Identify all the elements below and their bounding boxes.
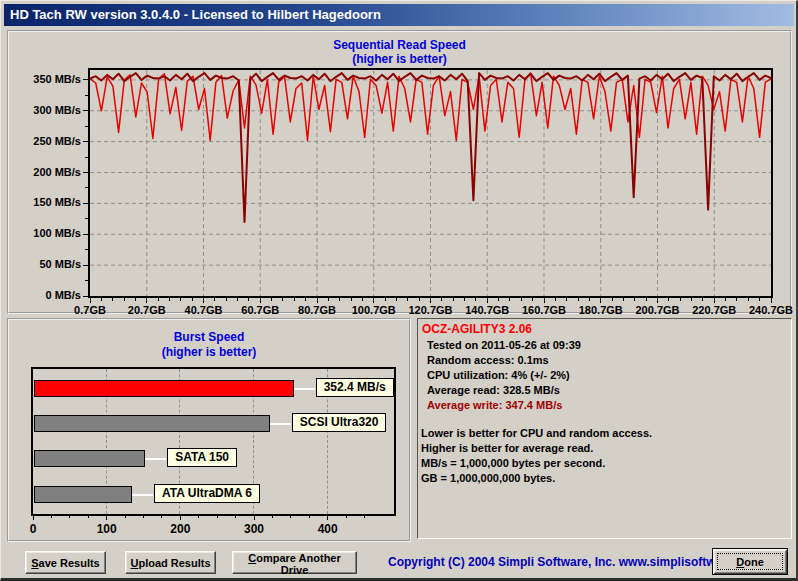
bar-connector bbox=[145, 458, 166, 460]
x-tick bbox=[623, 298, 624, 301]
y-tick-label: 50 MB/s bbox=[11, 258, 81, 270]
bar-label-box: SATA 150 bbox=[167, 448, 237, 467]
y-tick-label: 150 MB/s bbox=[11, 196, 81, 208]
x-tick bbox=[248, 298, 249, 301]
burst-x-tick bbox=[125, 516, 126, 518]
compare-another-drive-button[interactable]: Compare Another Drive bbox=[232, 551, 357, 574]
info-note-line: Lower is better for CPU and random acces… bbox=[421, 426, 652, 441]
info-notes-list: Lower is better for CPU and random acces… bbox=[421, 426, 652, 486]
burst-bar-reference bbox=[34, 486, 132, 503]
x-tick-label: 0.7GB bbox=[60, 304, 120, 316]
x-tick bbox=[135, 298, 136, 301]
title-bar[interactable]: HD Tach RW version 3.0.4.0 - Licensed to… bbox=[4, 4, 794, 26]
y-tick bbox=[85, 95, 88, 96]
y-tick-label: 300 MB/s bbox=[11, 104, 81, 116]
y-tick bbox=[85, 280, 88, 281]
burst-x-tick bbox=[69, 516, 70, 518]
x-tick bbox=[736, 298, 737, 301]
x-tick bbox=[509, 298, 510, 301]
y-tick bbox=[85, 218, 88, 219]
save-results-button[interactable]: Save Results bbox=[25, 551, 106, 574]
x-tick bbox=[578, 298, 579, 301]
x-tick bbox=[646, 298, 647, 301]
y-tick-label: 100 MB/s bbox=[11, 227, 81, 239]
x-tick bbox=[464, 298, 465, 301]
y-tick bbox=[83, 110, 88, 111]
x-tick bbox=[453, 298, 454, 301]
burst-x-tick bbox=[290, 516, 291, 518]
burst-x-tick bbox=[364, 516, 365, 518]
x-tick bbox=[305, 298, 306, 301]
done-button-label: Done bbox=[717, 553, 783, 570]
sequential-line-chart bbox=[90, 70, 771, 296]
x-tick bbox=[328, 298, 329, 301]
burst-x-tick bbox=[180, 516, 181, 520]
burst-x-tick bbox=[198, 516, 199, 518]
upload-results-button[interactable]: Upload Results bbox=[125, 551, 216, 574]
x-tick bbox=[192, 298, 193, 301]
info-stat-line: Tested on 2011-05-26 at 09:39 bbox=[427, 338, 581, 353]
burst-x-tick-label: 300 bbox=[234, 522, 274, 536]
x-tick bbox=[226, 298, 227, 301]
y-tick-label: 250 MB/s bbox=[11, 135, 81, 147]
burst-x-tick bbox=[33, 516, 34, 520]
info-stat-line: CPU utilization: 4% (+/- 2%) bbox=[427, 368, 581, 383]
x-tick bbox=[748, 298, 749, 301]
burst-x-tick bbox=[309, 516, 310, 518]
x-tick bbox=[555, 298, 556, 301]
x-tick-label: 220.7GB bbox=[684, 304, 744, 316]
drive-info-panel: OCZ-AGILITY3 2.06 Tested on 2011-05-26 a… bbox=[417, 318, 792, 539]
x-tick-label: 20.7GB bbox=[117, 304, 177, 316]
x-tick bbox=[714, 298, 715, 303]
burst-x-tick bbox=[254, 516, 255, 520]
x-tick bbox=[544, 298, 545, 303]
x-tick-label: 120.7GB bbox=[401, 304, 461, 316]
x-tick bbox=[282, 298, 283, 301]
burst-chart-subtitle: (higher is better) bbox=[9, 345, 409, 359]
x-tick bbox=[373, 298, 374, 303]
drive-name-header: OCZ-AGILITY3 2.06 bbox=[422, 322, 532, 336]
burst-x-tick bbox=[235, 516, 236, 518]
x-tick bbox=[702, 298, 703, 301]
x-tick bbox=[169, 298, 170, 301]
x-tick bbox=[419, 298, 420, 301]
x-tick bbox=[112, 298, 113, 301]
burst-x-tick bbox=[217, 516, 218, 518]
x-tick bbox=[532, 298, 533, 301]
x-tick bbox=[680, 298, 681, 301]
burst-x-tick-label: 0 bbox=[13, 522, 53, 536]
info-note-line: Higher is better for average read. bbox=[421, 441, 652, 456]
x-tick bbox=[566, 298, 567, 301]
y-tick bbox=[85, 126, 88, 127]
burst-bar-tested-drive bbox=[34, 380, 294, 397]
done-button[interactable]: Done bbox=[712, 548, 788, 575]
x-tick bbox=[487, 298, 488, 303]
x-tick bbox=[759, 298, 760, 301]
y-tick bbox=[83, 141, 88, 142]
burst-chart-title: Burst Speed bbox=[9, 330, 409, 344]
bar-connector bbox=[132, 494, 153, 496]
y-tick bbox=[83, 265, 88, 266]
burst-x-tick bbox=[346, 516, 347, 518]
burst-x-tick-label: 200 bbox=[160, 522, 200, 536]
y-tick bbox=[83, 79, 88, 80]
bar-label-box: ATA UltraDMA 6 bbox=[154, 484, 260, 503]
bar-label-box: SCSI Ultra320 bbox=[292, 413, 387, 432]
x-tick bbox=[271, 298, 272, 301]
x-tick bbox=[362, 298, 363, 301]
x-tick-label: 140.7GB bbox=[457, 304, 517, 316]
burst-x-tick bbox=[88, 516, 89, 518]
info-note-line: MB/s = 1,000,000 bytes per second. bbox=[421, 456, 652, 471]
burst-x-tick bbox=[272, 516, 273, 518]
burst-bar-reference bbox=[34, 450, 145, 467]
bar-connector bbox=[294, 388, 315, 390]
x-tick bbox=[90, 298, 91, 303]
sequential-read-panel: Sequential Read Speed (higher is better)… bbox=[7, 30, 792, 314]
info-stat-line: Average read: 328.5 MB/s bbox=[427, 383, 581, 398]
window-title: HD Tach RW version 3.0.4.0 - Licensed to… bbox=[10, 7, 381, 22]
bar-connector bbox=[270, 423, 291, 425]
y-tick bbox=[85, 187, 88, 188]
x-tick bbox=[691, 298, 692, 301]
y-tick bbox=[83, 296, 88, 297]
x-tick bbox=[600, 298, 601, 303]
